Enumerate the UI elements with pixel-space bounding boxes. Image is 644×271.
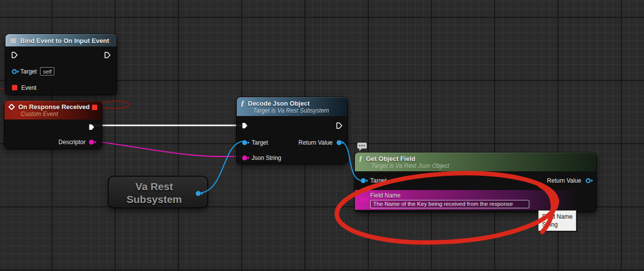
json-string-pin[interactable] (242, 155, 247, 160)
exec-out-pin[interactable] (104, 51, 111, 59)
node-subtitle: Custom Event (21, 111, 98, 117)
node-on-response-received[interactable]: On Response Received Custom Event Descri… (4, 100, 102, 149)
descriptor-pin[interactable] (89, 140, 94, 145)
node-title: Decode Json Object (248, 100, 310, 107)
pin-tooltip: Field Name String (538, 210, 576, 231)
return-value-pin[interactable] (586, 178, 591, 183)
pin-label: Return Value (299, 139, 333, 146)
wire-descriptor-jsonstring[interactable] (92, 141, 244, 156)
bind-event-icon (9, 38, 17, 44)
exec-in-pin[interactable] (11, 51, 18, 59)
target-pin[interactable] (242, 140, 247, 145)
pin-label: Target (252, 139, 268, 146)
tooltip-pin-name: Field Name (542, 213, 572, 221)
node-title: Get Object Field (366, 155, 416, 162)
pin-label: Target (20, 68, 37, 75)
function-icon: ƒ (359, 155, 363, 162)
node-bind-event[interactable]: Bind Event to On Input Event Target self… (5, 34, 117, 95)
output-delegate-pin[interactable] (92, 105, 97, 110)
pin-label: Return Value (547, 177, 581, 184)
node-get-object-field[interactable]: ƒ Get Object Field Target is Va Rest Jso… (354, 152, 597, 212)
field-name-input[interactable] (370, 200, 529, 208)
node-header: On Response Received Custom Event (4, 101, 102, 119)
node-decode-json-object[interactable]: ƒ Decode Json Object Target is Va Rest S… (236, 97, 348, 164)
comment-bubble-icon[interactable] (357, 142, 369, 152)
pin-label: Json String (252, 155, 281, 161)
event-delegate-pin[interactable] (12, 85, 17, 90)
target-default-value[interactable]: self (40, 67, 54, 76)
node-header: Bind Event to On Input Event (5, 34, 117, 46)
pin-label: Descriptor (58, 139, 86, 146)
pin-label: Target (370, 177, 386, 184)
pin-label: Event (21, 84, 37, 91)
field-name-pin-row: Field Name (355, 190, 597, 210)
pin-label: Field Name (370, 192, 529, 199)
node-subtitle: Target is Va Rest Json Object (371, 162, 593, 169)
return-value-pin[interactable] (337, 140, 342, 145)
exec-out-pin[interactable] (336, 122, 343, 129)
target-pin[interactable] (12, 69, 17, 74)
node-va-rest-subsystem[interactable]: Va Rest Subsystem (108, 176, 208, 208)
function-icon: ƒ (241, 100, 245, 107)
node-title: Va Rest Subsystem (120, 180, 189, 205)
exec-out-pin[interactable] (88, 123, 95, 131)
tooltip-pin-type: String (542, 221, 572, 229)
exec-in-pin[interactable] (241, 122, 249, 129)
node-title: Bind Event to On Input Event (20, 37, 109, 44)
blueprint-graph-canvas[interactable]: Bind Event to On Input Event Target self… (0, 0, 644, 271)
node-header: ƒ Decode Json Object Target is Va Rest S… (237, 97, 347, 116)
node-title: On Response Received (18, 103, 90, 111)
node-header: ƒ Get Object Field Target is Va Rest Jso… (355, 153, 597, 171)
node-subtitle: Target is Va Rest Subsystem (253, 107, 343, 114)
target-pin[interactable] (361, 178, 366, 183)
custom-event-icon (8, 104, 15, 110)
subsystem-output-pin[interactable] (196, 191, 201, 196)
field-name-pin[interactable] (361, 197, 366, 202)
